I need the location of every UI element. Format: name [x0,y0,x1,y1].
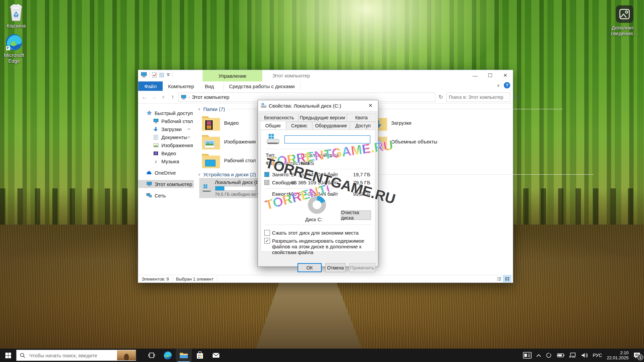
desktop-icon-label: Корзина [0,23,32,28]
sidebar-item-onedrive[interactable]: OneDrive [138,169,194,177]
properties-icon[interactable] [152,72,157,78]
tab-tools[interactable]: Сервис [286,122,312,130]
customize-quick-access-icon[interactable] [166,73,170,76]
task-view-button[interactable] [144,349,160,362]
sidebar-item-downloads[interactable]: Загрузки 📌︎ [138,125,194,133]
windows-logo-icon [5,353,11,358]
folder-tile-downloads[interactable]: Загрузки [368,113,469,132]
clock[interactable]: 2:10 22.01.2025 [607,350,629,360]
show-hidden-icons-chevron[interactable] [536,354,541,357]
volume-icon[interactable] [581,353,588,358]
desktop-icon-label: Дополнит... [608,25,641,31]
tab-sharing[interactable]: Доступ [350,122,376,130]
language-indicator[interactable]: РУС [593,353,602,358]
tab-disk-tools[interactable]: Средства работы с дисками [223,81,301,91]
sidebar-item-quick-access[interactable]: Быстрый доступ [138,109,194,117]
minimize-button[interactable]: — [468,70,483,81]
taskbar-store-button[interactable] [192,349,208,362]
sidebar-item-this-pc[interactable]: Этот компьютер [138,180,194,188]
maximize-button[interactable]: ☐ [483,70,498,81]
network-icon[interactable] [569,353,577,358]
action-center-icon[interactable]: 1 [633,352,641,359]
dialog-tabs: Безопасность Предыдущие версии Квота Общ… [260,114,376,130]
group-header-folders[interactable]: ∨ Папки (7) [198,106,563,112]
index-checkbox[interactable]: ✓ [264,238,270,244]
start-button[interactable] [0,349,16,362]
computer-icon[interactable] [141,72,147,77]
battery-icon[interactable] [556,353,565,358]
chevron-down-icon[interactable]: ∨ [198,172,201,177]
up-icon[interactable]: ↑ [169,94,176,101]
folder-tile-3d-objects[interactable]: Объемные объекты [368,132,469,151]
sidebar-item-videos[interactable]: Видео [138,149,194,157]
sidebar-item-network[interactable]: Сеть [138,191,194,199]
breadcrumb-location[interactable]: Этот компьютер [192,94,229,100]
chevron-down-icon[interactable]: ∨ [198,107,201,111]
tab-previous-versions[interactable]: Предыдущие версии [298,114,347,122]
desktop-icon-microsoft-edge[interactable]: Microsoft Edge [0,34,30,64]
refresh-icon[interactable]: ↻ [437,94,444,100]
back-icon[interactable]: ← [141,94,148,101]
tab-security[interactable]: Безопасность [260,114,298,122]
recycle-bin-icon [8,4,24,21]
pin-icon: 📌︎ [185,126,192,132]
forward-icon[interactable]: → [150,94,158,101]
index-checkbox-label[interactable]: Разрешить индексировать содержимое файло… [272,238,370,255]
explorer-search-input[interactable] [447,95,512,100]
desktop-icon-label: Edge [0,58,30,64]
disk-cleanup-button[interactable]: Очистка диска [341,210,371,220]
capacity-size: 99,2 ГБ [353,191,370,197]
update-status-icon[interactable] [546,352,552,358]
collapse-ribbon-icon[interactable]: ∨ [497,83,500,88]
taskbar-search-box[interactable] [16,350,136,361]
explorer-titlebar: Управление Этот компьютер — ☐ ✕ [138,70,513,81]
sidebar-item-music[interactable]: ♪ Музыка [138,157,194,165]
help-icon[interactable]: ? [504,82,510,88]
tab-computer[interactable]: Компьютер [163,81,200,91]
new-folder-icon[interactable] [159,72,164,77]
search-highlight-image[interactable] [117,350,136,360]
tab-file[interactable]: Файл [138,81,163,91]
onedrive-cloud-icon [146,170,152,176]
desktop-icon-additional-info[interactable]: Дополнит... сведения ... [608,5,641,36]
news-widget-icon[interactable] [523,352,532,359]
taskbar-file-explorer-button[interactable] [176,349,192,362]
dialog-close-icon[interactable]: ✕ [363,100,378,111]
ok-button[interactable]: ОК [298,263,322,272]
desktop-icon-label: Microsoft [0,52,30,58]
taskbar-edge-button[interactable] [160,349,176,362]
desktop-icon-recycle-bin[interactable]: Корзина [0,4,32,28]
taskbar-mail-button[interactable] [208,349,224,362]
sidebar-item-label: Загрузки [161,126,181,132]
volume-label-input[interactable] [285,136,371,144]
window-title: Этот компьютер [272,73,310,78]
tab-general[interactable]: Общие [260,121,286,129]
thumbnails-view-icon[interactable] [503,276,511,282]
sidebar-item-documents[interactable]: Документы 📌︎ [138,133,194,141]
toolbar-separator [172,72,173,78]
disk-properties-dialog: Свойства: Локальный диск (C:) ✕ Безопасн… [258,100,378,267]
compress-checkbox-label[interactable]: Сжать этот диск для экономии места [272,230,370,236]
clock-time: 2:10 [607,350,629,355]
videos-folder-icon [201,114,221,132]
sidebar-item-pictures[interactable]: Изображения 📌︎ [138,141,194,149]
tab-view[interactable]: Вид [200,81,219,91]
taskbar-search-input[interactable] [29,352,117,359]
close-button[interactable]: ✕ [498,70,513,81]
sidebar-item-label: Сеть [155,193,166,198]
cancel-button[interactable]: Отмена [325,263,345,272]
sidebar-item-desktop[interactable]: Рабочий стол 📌︎ [138,117,194,125]
tab-hardware[interactable]: Оборудование [312,122,350,130]
recent-locations-icon[interactable]: ∨ [160,95,167,99]
used-bytes: 21 161 943 040 байт [291,172,338,177]
compress-checkbox[interactable] [264,230,270,236]
tab-quota[interactable]: Квота [347,114,376,122]
type-label: Тип: [266,152,275,158]
details-view-icon[interactable] [495,276,503,282]
context-tab-management[interactable]: Управление [203,70,262,81]
search-icon[interactable] [512,95,520,100]
toolbar-separator [149,72,150,78]
broken-image-icon [615,5,634,23]
drive-tile-local-disk-c[interactable]: Локальный диск (C:) 79,5 ГБ свободно из … [199,178,266,198]
items-count: Элементов: 9 [138,277,172,282]
